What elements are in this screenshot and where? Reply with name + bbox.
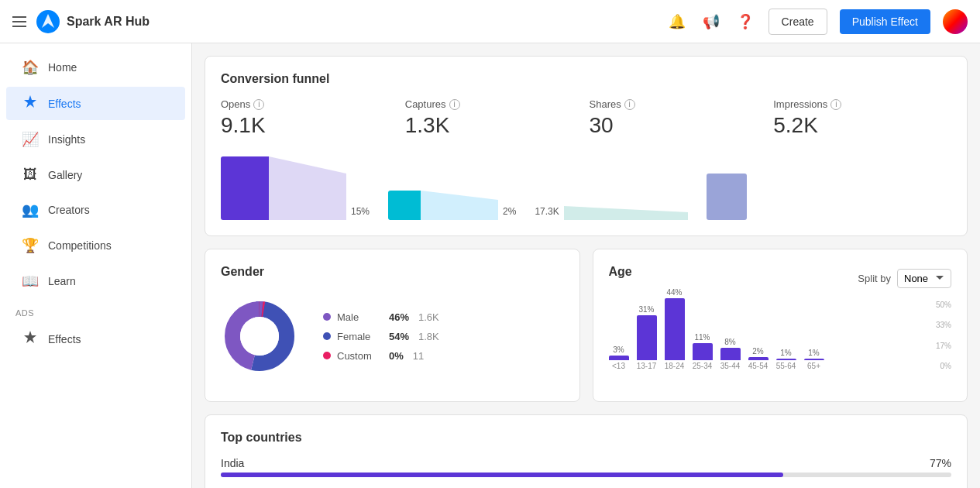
hamburger-icon[interactable] [12, 16, 26, 27]
age-chart: 3% <13 31% 13-17 44% 18-24 [609, 301, 952, 386]
metric-opens-label: Opens i [221, 98, 399, 110]
captures-taper [421, 191, 498, 220]
sidebar: 🏠 Home Effects 📈 Insights 🖼 Gallery 👥 Cr… [0, 43, 192, 488]
captures-section: 2% [388, 191, 516, 220]
publish-effect-button[interactable]: Publish Effect [840, 9, 930, 34]
metric-shares: Shares i 30 [590, 98, 768, 141]
age-pct-4554: 2% [752, 347, 763, 356]
metric-opens-value: 9.1K [221, 113, 399, 138]
metric-captures-label: Captures i [405, 98, 583, 110]
age-bar-fill-1824 [665, 298, 685, 360]
logo-text: Spark AR Hub [67, 15, 150, 29]
legend-male: Male 46% 1.6K [323, 311, 439, 323]
impressions-info-icon[interactable]: i [830, 99, 841, 110]
sidebar-item-gallery-label: Gallery [48, 169, 82, 181]
gallery-icon: 🖼 [22, 167, 39, 183]
shares-info-icon[interactable]: i [624, 99, 635, 110]
y-label-0: 0% [940, 362, 951, 370]
logo[interactable]: Spark AR Hub [36, 9, 150, 34]
age-bar-5564: 1% 55-64 [776, 349, 796, 370]
announcements-icon[interactable]: 📢 [700, 11, 722, 33]
age-pct-1317: 31% [638, 305, 654, 314]
avatar[interactable] [943, 9, 968, 34]
age-pct-lt13: 3% [613, 345, 624, 354]
age-bar-4554: 2% 45-54 [748, 347, 769, 370]
pct-15-label: 15% [351, 206, 370, 217]
sidebar-item-gallery[interactable]: 🖼 Gallery [6, 159, 185, 191]
opens-info-icon[interactable]: i [253, 99, 264, 110]
age-label-5564: 55-64 [776, 362, 796, 370]
sidebar-item-creators-label: Creators [48, 204, 90, 216]
captures-bar [388, 191, 421, 220]
age-bar-fill-65plus [804, 359, 824, 360]
y-label-17: 17% [936, 342, 951, 350]
sidebar-item-home-label: Home [48, 61, 77, 74]
sidebar-item-insights[interactable]: 📈 Insights [6, 123, 185, 156]
custom-pct: 0% [389, 350, 404, 362]
age-bars: 3% <13 31% 13-17 44% 18-24 [609, 301, 824, 370]
captures-info-icon[interactable]: i [449, 99, 460, 110]
age-bar-1824: 44% 18-24 [665, 288, 685, 370]
opens-bar [221, 156, 269, 220]
shares-line [564, 206, 688, 220]
legend-female: Female 54% 1.8K [323, 331, 439, 342]
svg-marker-5 [421, 191, 498, 220]
age-label-1824: 18-24 [665, 362, 685, 370]
age-pct-2534: 11% [694, 333, 710, 342]
age-label-lt13: <13 [612, 362, 625, 370]
sidebar-item-ads-effects[interactable]: Effects [6, 322, 185, 356]
age-pct-65plus: 1% [808, 349, 819, 357]
country-item-india: India 77% [221, 457, 951, 477]
sidebar-item-learn[interactable]: 📖 Learn [6, 265, 185, 297]
top-countries-card: Top countries India 77% United States of… [205, 414, 968, 488]
age-label-2534: 25-34 [693, 362, 713, 370]
gender-legend: Male 46% 1.6K Female 54% 1.8K Cust [323, 311, 439, 362]
gender-title: Gender [221, 265, 564, 279]
sidebar-item-competitions-label: Competitions [48, 239, 112, 252]
metric-impressions-value: 5.2K [773, 113, 951, 138]
female-count: 1.8K [418, 331, 439, 342]
age-bar-fill-1317 [637, 315, 657, 360]
funnel-title: Conversion funnel [221, 72, 951, 86]
sidebar-item-ads-effects-label: Effects [48, 333, 81, 345]
age-bar-fill-lt13 [609, 356, 629, 360]
age-pct-3544: 8% [724, 338, 735, 346]
age-bar-2534: 11% 25-34 [693, 333, 713, 370]
opens-taper [269, 156, 346, 220]
split-by-select[interactable]: None [897, 269, 951, 288]
svg-marker-4 [269, 156, 346, 220]
header-left: Spark AR Hub [12, 9, 150, 34]
opens-section: 15% [221, 156, 370, 220]
custom-label: Custom [337, 350, 380, 362]
age-header: Age Split by None [609, 265, 952, 291]
ads-section-label: Ads [0, 299, 191, 321]
help-icon[interactable]: ❓ [734, 11, 756, 33]
svg-marker-3 [24, 331, 36, 343]
age-bar-lt13: 3% <13 [609, 345, 629, 370]
create-button[interactable]: Create [769, 9, 827, 35]
country-india-bar-fill [221, 473, 783, 477]
age-label-3544: 35-44 [720, 362, 741, 370]
sidebar-item-home[interactable]: 🏠 Home [6, 51, 185, 84]
notifications-icon[interactable]: 🔔 [666, 11, 688, 33]
age-pct-5564: 1% [780, 349, 791, 357]
metric-shares-label: Shares i [590, 98, 768, 110]
competitions-icon: 🏆 [22, 237, 39, 254]
header: Spark AR Hub 🔔 📢 ❓ Create Publish Effect [0, 0, 980, 43]
layout: 🏠 Home Effects 📈 Insights 🖼 Gallery 👥 Cr… [0, 43, 980, 488]
age-pct-1824: 44% [666, 288, 682, 297]
funnel-metrics: Opens i 9.1K Captures i 1.3K Shares i [221, 98, 951, 141]
gender-content: Male 46% 1.6K Female 54% 1.8K Cust [221, 291, 564, 375]
age-title: Age [609, 265, 632, 279]
effects-icon [22, 95, 39, 112]
country-india-header: India 77% [221, 457, 951, 469]
female-dot [323, 332, 331, 340]
svg-point-10 [240, 317, 279, 356]
home-icon: 🏠 [22, 59, 39, 76]
male-dot [323, 313, 331, 321]
sidebar-item-creators[interactable]: 👥 Creators [6, 194, 185, 226]
learn-icon: 📖 [22, 273, 39, 290]
sidebar-item-effects[interactable]: Effects [6, 87, 185, 120]
sidebar-item-competitions[interactable]: 🏆 Competitions [6, 229, 185, 262]
age-bar-fill-4554 [748, 357, 769, 360]
